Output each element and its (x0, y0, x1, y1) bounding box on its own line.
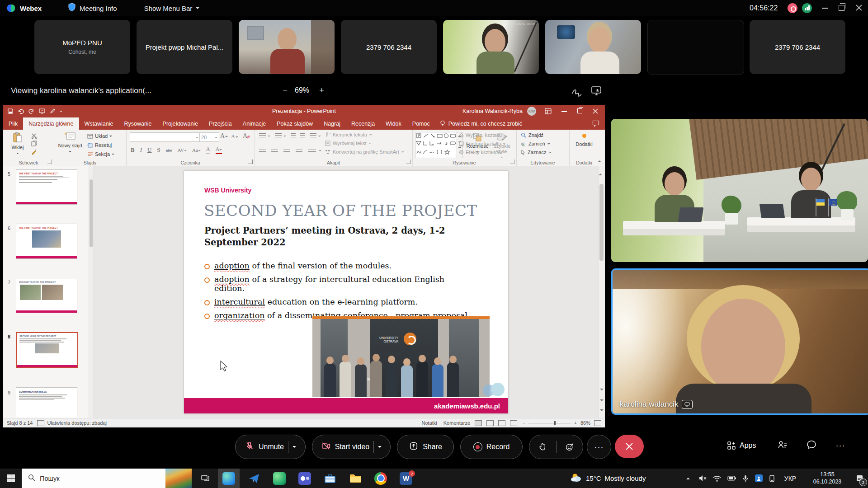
taskbar-app-webex[interactable] (218, 469, 240, 488)
ribbon-display-options-icon[interactable] (545, 108, 552, 116)
format-painter-icon[interactable] (31, 149, 37, 155)
taskbar-app-word[interactable]: W 2 (395, 469, 417, 488)
task-view-button[interactable] (195, 469, 215, 488)
slideshow-view-icon[interactable] (510, 420, 517, 426)
redo-icon[interactable] (28, 108, 34, 114)
paste-button[interactable]: Wklej (9, 132, 27, 155)
chevron-down-icon[interactable] (292, 446, 296, 450)
line-spacing-icon[interactable] (310, 133, 316, 138)
window-close-button[interactable] (855, 4, 863, 13)
status-zoom-in[interactable]: + (574, 420, 577, 426)
zoom-out-button[interactable]: − (283, 85, 288, 95)
reading-view-icon[interactable] (498, 420, 505, 426)
justify-icon[interactable] (296, 148, 302, 153)
addins-button[interactable]: Dodatki (569, 133, 599, 147)
tab-wstawianie[interactable]: Wstawianie (79, 117, 119, 130)
more-panels-button[interactable]: ··· (835, 441, 845, 450)
status-zoom-out[interactable]: − (523, 420, 525, 426)
remote-control-icon[interactable] (590, 85, 602, 98)
text-direction-button[interactable]: Kierunek tekstu (325, 132, 372, 137)
participant-tile[interactable]: MoPED PNU Cohost, me (34, 20, 130, 74)
clear-formatting-button[interactable]: A (243, 132, 250, 140)
undo-icon[interactable] (18, 108, 24, 114)
smartart-button[interactable]: Konwertuj na grafikę SmartArt (325, 149, 404, 155)
tray-show-hidden-icons[interactable] (682, 469, 694, 488)
section-button[interactable]: Sekcja (87, 151, 114, 157)
slide-thumb-6[interactable]: THE FIRST YEAR OF THE PROJECT (16, 224, 77, 259)
slide-thumb-8-selected[interactable]: SECOND YEAR OF THE PROJECT (16, 332, 78, 368)
dialog-launcher-icon[interactable] (47, 160, 52, 164)
character-spacing-button[interactable]: AV (178, 147, 187, 153)
tab-plik[interactable]: Plik (3, 117, 23, 130)
chat-button[interactable] (807, 440, 816, 451)
highlight-color-button[interactable]: A (206, 146, 210, 154)
notes-button[interactable]: Notatki (422, 420, 437, 426)
phone-tray-icon[interactable] (766, 469, 778, 488)
align-text-button[interactable]: Wyrównaj tekst (325, 141, 371, 146)
slide-thumb-7[interactable]: SECOND YEAR OF THE PROJECT (16, 278, 77, 313)
tab-widok[interactable]: Widok (380, 117, 407, 130)
comments-icon[interactable] (592, 120, 599, 129)
shape-gallery[interactable] (415, 132, 463, 158)
tab-animacje[interactable]: Animacje (237, 117, 271, 130)
small-strike-button[interactable]: abc (166, 148, 172, 153)
font-size-combo[interactable]: 20 (199, 132, 219, 142)
participant-tile[interactable]: 2379 706 2344 (341, 20, 437, 74)
tell-me-box[interactable]: Powiedz mi, co chcesz zrobić (440, 117, 522, 130)
canvas-scrollbar[interactable] (598, 166, 605, 418)
tab-narzedzia-glowne[interactable]: Narzędzia główne (23, 117, 79, 130)
taskbar-app-file-explorer[interactable] (344, 469, 366, 488)
increase-indent-icon[interactable] (300, 133, 305, 138)
room-video-tile[interactable] (611, 119, 868, 262)
bullet-list-icon[interactable] (259, 133, 266, 138)
dialog-launcher-icon[interactable] (248, 160, 253, 164)
shrink-font-button[interactable]: A (231, 133, 238, 140)
align-right-icon[interactable] (283, 148, 290, 153)
taskbar-app-webex-meetings[interactable] (269, 469, 290, 488)
accessibility-status[interactable]: Ułatwienia dostępu: zbadaj (47, 420, 106, 426)
taskbar-clock[interactable]: 13:55 06.10.2023 (804, 469, 851, 488)
grow-font-button[interactable]: A (220, 132, 228, 140)
leave-meeting-button[interactable] (615, 435, 644, 458)
taskbar-search-box[interactable]: Пошук (22, 469, 192, 488)
start-slideshow-icon[interactable] (39, 108, 45, 114)
zoom-slider[interactable] (528, 423, 571, 423)
align-center-icon[interactable] (271, 148, 278, 153)
find-button[interactable]: Znajdź (521, 132, 543, 138)
quick-access-more-icon[interactable] (60, 111, 62, 113)
action-center-button[interactable]: 2 (852, 469, 868, 488)
start-button[interactable] (0, 469, 22, 488)
decrease-indent-icon[interactable] (291, 133, 296, 138)
dialog-launcher-icon[interactable] (406, 160, 410, 164)
meeting-info-button[interactable]: Meeting Info (80, 5, 117, 12)
slide-sorter-view-icon[interactable] (486, 420, 494, 426)
fit-slide-icon[interactable] (594, 420, 601, 426)
participant-video-tile[interactable]: NATIONAL UNIV (443, 20, 539, 74)
start-video-button[interactable]: Start video (312, 435, 391, 459)
shape-outline-button[interactable]: Kontury kształtu (459, 141, 505, 146)
italic-button[interactable]: I (140, 146, 142, 154)
taskbar-app-briefcase[interactable] (319, 469, 341, 488)
participant-tile-empty[interactable] (647, 20, 744, 75)
change-case-button[interactable]: Aa (192, 147, 201, 153)
shape-effects-button[interactable]: Efekty kształtów (459, 150, 506, 155)
tab-przejscia[interactable]: Przejścia (203, 117, 237, 130)
tab-nagraj[interactable]: Nagraj (318, 117, 346, 130)
taskbar-app-teams[interactable] (294, 469, 316, 488)
columns-icon[interactable] (308, 148, 316, 153)
underline-button[interactable]: U (147, 146, 151, 154)
select-button[interactable]: Zaznacz (521, 150, 552, 155)
share-button[interactable]: Share (397, 435, 454, 459)
participant-video-tile[interactable] (545, 20, 641, 74)
chevron-down-icon[interactable] (378, 446, 382, 450)
layout-button[interactable]: Układ (87, 133, 112, 139)
ppt-close-button[interactable] (592, 108, 599, 116)
participant-tile[interactable]: Projekt pwpp Michał Pal... (137, 20, 232, 74)
taskbar-app-chrome[interactable] (370, 469, 392, 488)
search-highlight-image[interactable] (165, 469, 192, 488)
zoom-in-button[interactable]: + (319, 85, 324, 95)
align-left-icon[interactable] (259, 148, 266, 153)
unmute-button[interactable]: Unmute (235, 435, 306, 459)
window-minimize-button[interactable] (822, 8, 828, 9)
raise-hand-icon[interactable] (529, 442, 556, 451)
